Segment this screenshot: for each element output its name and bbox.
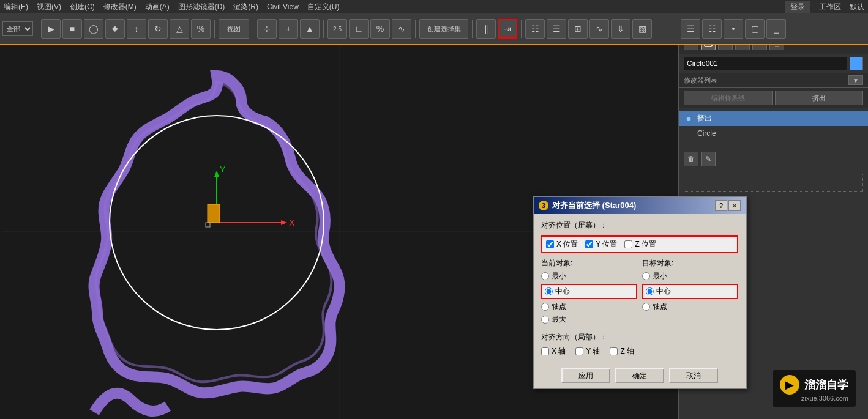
object-name-input[interactable] (684, 57, 847, 70)
menu-default[interactable]: 默认 (850, 2, 864, 12)
target-pivot-label: 轴点 (653, 302, 667, 312)
create-selection[interactable]: 创建选择集 (419, 19, 468, 39)
apply-btn[interactable]: 应用 (561, 368, 610, 383)
dialog-close-btn[interactable]: × (728, 200, 741, 211)
modifier-circle-name: Circle (697, 129, 716, 138)
target-center-label: 中心 (656, 286, 671, 297)
svg-rect-10 (208, 204, 220, 223)
modifier-circle-eye-icon (684, 128, 694, 138)
menu-login[interactable]: 登录 (785, 1, 810, 13)
menu-modifier[interactable]: 修改器(M) (103, 2, 137, 12)
curve-tool[interactable]: ∿ (392, 19, 411, 39)
svg-text:Y: Y (220, 165, 226, 174)
z-pos-label: Z 位置 (635, 239, 656, 250)
snap-toggle[interactable]: ⊹ (257, 19, 277, 39)
menu-render[interactable]: 渲染(R) (233, 2, 258, 12)
right-tool4[interactable]: ▢ (745, 19, 765, 39)
grid-tool[interactable]: ☷ (525, 19, 545, 39)
current-center-radio[interactable] (545, 287, 553, 295)
capture-btn[interactable]: ▲ (300, 19, 320, 39)
target-obj-label: 目标对象: (642, 258, 738, 269)
menu-custom[interactable]: 自定义(U) (307, 2, 340, 12)
svg-text:X: X (289, 218, 295, 228)
circle-select[interactable]: ◯ (84, 19, 103, 39)
watermark-icon: ▶ (780, 375, 799, 395)
y-pos-checkbox[interactable] (585, 240, 593, 248)
current-max-radio[interactable] (541, 316, 549, 324)
menu-edit[interactable]: 编辑(E) (4, 2, 28, 12)
rotate-tool[interactable]: ↻ (148, 19, 168, 39)
align-position-label: 对齐位置（屏幕）： (541, 220, 738, 231)
target-center-radio[interactable] (646, 287, 654, 295)
z-axis-label: Z 轴 (620, 346, 634, 357)
grid3-tool[interactable]: ▧ (632, 19, 652, 39)
x-pos-checkbox[interactable] (546, 240, 554, 248)
dialog-title-icon: 3 (539, 201, 548, 210)
select-tool[interactable]: ▶ (41, 19, 61, 39)
current-max-label: 最大 (552, 314, 566, 325)
y-pos-label: Y 位置 (596, 239, 617, 250)
current-obj-label: 当前对象: (541, 258, 637, 269)
modifier-extrude[interactable]: ● 挤出 (679, 111, 868, 126)
menu-animation[interactable]: 动画(A) (145, 2, 170, 12)
move-tool[interactable]: ↕ (127, 19, 146, 39)
fence-select[interactable]: ⯁ (105, 19, 125, 39)
align-dialog: 3 对齐当前选择 (Star004) ? × 对齐位置（屏幕）： X 位置 Y … (533, 196, 747, 389)
right-tool5[interactable]: ⎯ (766, 19, 786, 39)
right-tool1[interactable]: ☰ (681, 19, 700, 39)
download-tool[interactable]: ⇓ (611, 19, 630, 39)
current-min-label: 最小 (552, 271, 566, 281)
menu-create[interactable]: 创建(C) (70, 2, 95, 12)
polyline-tool[interactable]: ∟ (349, 19, 369, 39)
x-axis-checkbox[interactable] (541, 347, 549, 355)
target-min-radio[interactable] (642, 272, 650, 280)
current-center-label: 中心 (555, 286, 570, 297)
percent25[interactable]: 2.5 (327, 19, 347, 39)
wave-tool[interactable]: ∿ (589, 19, 609, 39)
y-axis-label: Y 轴 (586, 346, 600, 357)
mirror-tool[interactable]: ∥ (476, 19, 496, 39)
align-tool[interactable]: ⇥ (498, 19, 517, 39)
align-direction-label: 对齐方向（局部）： (541, 332, 738, 343)
dialog-title-text: 对齐当前选择 (Star004) (552, 200, 715, 211)
current-pivot-radio[interactable] (541, 303, 549, 311)
right-tool2[interactable]: ☷ (702, 19, 722, 39)
watermark-url: zixue.3066.com (780, 395, 848, 402)
layer-tool[interactable]: ☰ (547, 19, 566, 39)
cancel-btn[interactable]: 取消 (669, 368, 718, 383)
right-tool3[interactable]: • (724, 19, 743, 39)
rect-select[interactable]: ■ (62, 19, 82, 39)
dialog-help-btn[interactable]: ? (715, 200, 727, 211)
menu-filter[interactable]: 图形滤镜器(D) (178, 2, 225, 12)
x-axis-label: X 轴 (552, 346, 566, 357)
current-min-radio[interactable] (541, 272, 549, 280)
menu-civil[interactable]: Civil View (267, 2, 299, 11)
add-btn[interactable]: + (279, 19, 298, 39)
view-select[interactable]: 视图 (219, 19, 249, 39)
target-pivot-radio[interactable] (642, 303, 650, 311)
edit-spline-btn[interactable]: 编辑样条线 (684, 91, 773, 105)
percent-tool[interactable]: % (191, 19, 211, 39)
modifier-circle[interactable]: Circle (679, 126, 868, 141)
watermark: ▶ 溜溜自学 zixue.3066.com (773, 370, 856, 407)
menu-workspace[interactable]: 工作区 (819, 2, 841, 12)
grid2-tool[interactable]: ⊞ (568, 19, 588, 39)
modifier-extrude-name: 挤出 (697, 113, 712, 124)
selection-filter[interactable]: 全部 (2, 21, 33, 36)
extrude-btn[interactable]: 挤出 (775, 91, 864, 105)
target-min-label: 最小 (653, 271, 667, 281)
modifier-eye-icon[interactable]: ● (684, 114, 694, 124)
current-pivot-label: 轴点 (552, 302, 566, 312)
percent-tool2[interactable]: % (370, 19, 390, 39)
z-axis-checkbox[interactable] (610, 347, 618, 355)
z-pos-checkbox[interactable] (624, 240, 632, 248)
modifier-dropdown-btn[interactable]: ▼ (848, 75, 863, 85)
color-swatch[interactable] (850, 57, 863, 70)
edit-icon[interactable]: ✎ (701, 152, 716, 166)
ok-btn[interactable]: 确定 (615, 368, 664, 383)
y-axis-checkbox[interactable] (575, 347, 583, 355)
scale-tool[interactable]: △ (170, 19, 189, 39)
delete-icon[interactable]: 🗑 (684, 152, 698, 166)
watermark-text: 溜溜自学 (804, 377, 848, 392)
menu-view[interactable]: 视图(V) (37, 2, 61, 12)
